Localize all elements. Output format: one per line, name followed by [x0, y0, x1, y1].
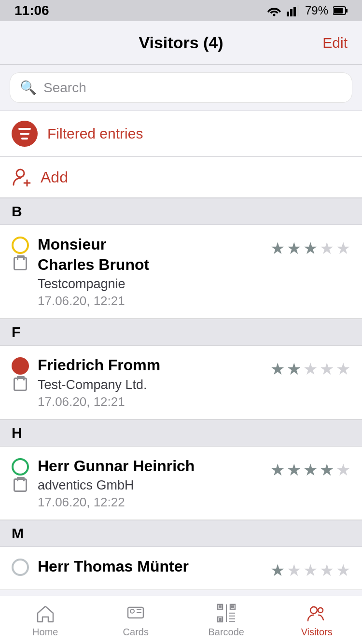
item-status-icons [12, 235, 29, 270]
item-date: 17.06.20, 12:21 [38, 294, 262, 308]
star-rating: ★ ★ ★ ★ ★ [270, 359, 350, 378]
tab-cards[interactable]: Cards [91, 598, 181, 643]
search-input-wrapper[interactable]: 🔍 Search [10, 72, 352, 103]
search-icon: 🔍 [20, 80, 37, 96]
svg-rect-20 [219, 618, 222, 621]
tab-home[interactable]: Home [0, 598, 91, 643]
item-status-icons [12, 456, 29, 492]
svg-rect-4 [297, 5, 299, 16]
signal-icon [287, 5, 300, 16]
status-circle-yellow [12, 237, 29, 254]
svg-rect-6 [334, 8, 343, 14]
list-item[interactable]: Herr Gunnar Heinrich adventics GmbH 17.0… [0, 447, 362, 520]
star-rating: ★ ★ ★ ★ ★ [270, 560, 350, 580]
edit-button[interactable]: Edit [322, 35, 348, 51]
svg-point-26 [310, 607, 317, 614]
add-section[interactable]: Add [0, 157, 362, 198]
item-company: Test-Company Ltd. [38, 378, 262, 392]
item-name: Herr Thomas Münter [38, 557, 262, 577]
svg-rect-7 [346, 9, 348, 13]
note-icon [14, 478, 27, 492]
svg-rect-3 [293, 7, 296, 16]
wifi-icon [266, 5, 282, 16]
status-time: 11:06 [14, 3, 49, 18]
item-content: Herr Thomas Münter [38, 557, 262, 577]
item-name: Herr Gunnar Heinrich [38, 456, 262, 476]
tab-barcode-label: Barcode [209, 627, 245, 638]
visitors-icon [306, 602, 327, 624]
item-date: 17.06.20, 12:22 [38, 495, 262, 510]
item-name: Monsieur Charles Brunot [38, 235, 262, 275]
add-button-label[interactable]: Add [41, 168, 68, 186]
list-item[interactable]: Monsieur Charles Brunot Testcompagnie 17… [0, 225, 362, 319]
status-icons: 79% [266, 4, 348, 17]
svg-rect-2 [290, 9, 292, 16]
home-icon [35, 602, 56, 624]
status-circle-gray [12, 559, 29, 576]
note-icon [14, 378, 27, 391]
svg-rect-1 [287, 12, 289, 16]
item-status-icons [12, 355, 29, 391]
item-company: adventics GmbH [38, 478, 262, 493]
tab-barcode[interactable]: Barcode [181, 598, 272, 643]
list-item[interactable]: Herr Thomas Münter ★ ★ ★ ★ ★ [0, 547, 362, 590]
battery-text: 79% [305, 4, 328, 17]
search-bar-container: 🔍 Search [0, 65, 362, 111]
tab-cards-label: Cards [123, 627, 149, 638]
svg-point-8 [16, 169, 24, 177]
search-input[interactable]: Search [43, 80, 86, 96]
item-content: Herr Gunnar Heinrich adventics GmbH 17.0… [38, 456, 262, 510]
content-area: 🔍 Search Filtered entries Add B [0, 65, 362, 638]
tab-visitors-label: Visitors [301, 627, 333, 638]
item-name: Friedrich Fromm [38, 355, 262, 376]
cards-icon [125, 602, 146, 624]
status-circle-red [12, 357, 29, 375]
status-circle-green [12, 458, 29, 476]
tab-home-label: Home [32, 627, 58, 638]
item-content: Friedrich Fromm Test-Company Ltd. 17.06.… [38, 355, 262, 409]
section-header-m: M [0, 520, 362, 547]
star-rating: ★ ★ ★ ★ ★ [270, 460, 350, 479]
section-header-f: F [0, 319, 362, 346]
add-person-icon [12, 167, 33, 188]
tab-visitors[interactable]: Visitors [272, 598, 362, 643]
svg-rect-18 [219, 605, 222, 608]
list-item[interactable]: Friedrich Fromm Test-Company Ltd. 17.06.… [0, 346, 362, 420]
svg-point-27 [318, 608, 323, 613]
svg-point-0 [273, 14, 275, 16]
section-header-h: H [0, 420, 362, 447]
item-company: Testcompagnie [38, 277, 262, 292]
item-status-icons [12, 557, 29, 576]
status-bar: 11:06 79% [0, 0, 362, 21]
page-title: Visitors (4) [139, 33, 223, 52]
note-icon [14, 257, 27, 270]
battery-icon [333, 6, 348, 15]
tab-bar: Home Cards Barcode [0, 596, 362, 644]
svg-rect-19 [231, 605, 234, 608]
section-header-b: B [0, 198, 362, 225]
filter-bar[interactable]: Filtered entries [0, 111, 362, 157]
filter-icon [12, 121, 38, 147]
svg-point-12 [130, 609, 134, 613]
item-content: Monsieur Charles Brunot Testcompagnie 17… [38, 235, 262, 308]
barcode-icon [216, 602, 237, 624]
page-header: Visitors (4) Edit [0, 21, 362, 65]
filter-label: Filtered entries [47, 126, 143, 142]
star-rating: ★ ★ ★ ★ ★ [270, 238, 350, 258]
item-date: 17.06.20, 12:21 [38, 394, 262, 409]
